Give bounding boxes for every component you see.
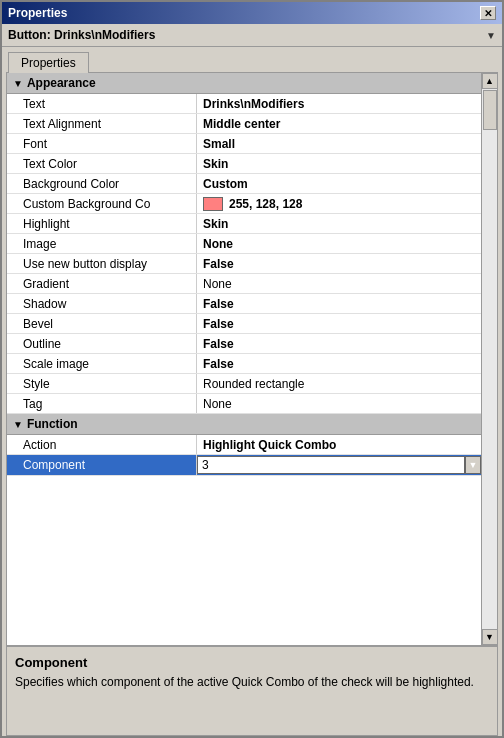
prop-name-text-alignment: Text Alignment	[7, 114, 197, 133]
row-highlight: Highlight Skin	[7, 214, 481, 234]
row-action: Action Highlight Quick Combo	[7, 435, 481, 455]
prop-value-font: Small	[197, 134, 481, 153]
scroll-down-button[interactable]: ▼	[482, 629, 498, 645]
prop-name-bg-color: Background Color	[7, 174, 197, 193]
prop-value-shadow: False	[197, 294, 481, 313]
description-panel: Component Specifies which component of t…	[7, 645, 497, 735]
content-area: ▼ Appearance Text Drinks\nModifiers Text…	[6, 72, 498, 736]
prop-value-bevel: False	[197, 314, 481, 333]
prop-value-gradient: None	[197, 274, 481, 293]
prop-value-scale-image: False	[197, 354, 481, 373]
row-custom-bg: Custom Background Co 255, 128, 128	[7, 194, 481, 214]
row-gradient: Gradient None	[7, 274, 481, 294]
prop-name-image: Image	[7, 234, 197, 253]
row-shadow: Shadow False	[7, 294, 481, 314]
prop-name-action: Action	[7, 435, 197, 454]
row-text: Text Drinks\nModifiers	[7, 94, 481, 114]
tab-bar: Properties	[2, 47, 502, 72]
appearance-label: Appearance	[27, 76, 96, 90]
title-bar: Properties ✕	[2, 2, 502, 24]
prop-name-tag: Tag	[7, 394, 197, 413]
row-text-color: Text Color Skin	[7, 154, 481, 174]
row-component: Component ▼	[7, 455, 481, 476]
component-dropdown-container: ▼	[197, 456, 481, 474]
scroll-track	[482, 89, 498, 629]
row-text-alignment: Text Alignment Middle center	[7, 114, 481, 134]
close-button[interactable]: ✕	[480, 6, 496, 20]
window-title: Properties	[8, 6, 67, 20]
function-label: Function	[27, 417, 78, 431]
scroll-up-button[interactable]: ▲	[482, 73, 498, 89]
prop-value-tag: None	[197, 394, 481, 413]
properties-table: ▼ Appearance Text Drinks\nModifiers Text…	[7, 73, 481, 645]
prop-name-shadow: Shadow	[7, 294, 197, 313]
prop-value-text-color: Skin	[197, 154, 481, 173]
row-font: Font Small	[7, 134, 481, 154]
row-scale-image: Scale image False	[7, 354, 481, 374]
prop-name-font: Font	[7, 134, 197, 153]
scroll-thumb[interactable]	[483, 90, 497, 130]
row-background-color: Background Color Custom	[7, 174, 481, 194]
section-appearance: ▼ Appearance	[7, 73, 481, 94]
scrollbar: ▲ ▼	[481, 73, 497, 645]
dropdown-arrow-icon: ▼	[486, 30, 496, 41]
row-style: Style Rounded rectangle	[7, 374, 481, 394]
prop-value-image: None	[197, 234, 481, 253]
section-function: ▼ Function	[7, 414, 481, 435]
properties-window: Properties ✕ Button: Drinks\nModifiers ▼…	[0, 0, 504, 738]
prop-value-highlight: Skin	[197, 214, 481, 233]
prop-value-text-alignment: Middle center	[197, 114, 481, 133]
prop-value-outline: False	[197, 334, 481, 353]
description-title: Component	[15, 655, 489, 670]
row-outline: Outline False	[7, 334, 481, 354]
row-bevel: Bevel False	[7, 314, 481, 334]
description-text: Specifies which component of the active …	[15, 674, 489, 691]
color-swatch[interactable]	[203, 197, 223, 211]
prop-value-style: Rounded rectangle	[197, 374, 481, 393]
prop-name-highlight: Highlight	[7, 214, 197, 233]
prop-name-custom-bg: Custom Background Co	[7, 194, 197, 213]
button-dropdown-bar[interactable]: Button: Drinks\nModifiers ▼	[2, 24, 502, 47]
component-input[interactable]	[197, 456, 465, 474]
prop-value-custom-bg: 255, 128, 128	[197, 194, 481, 213]
prop-name-use-new-button: Use new button display	[7, 254, 197, 273]
prop-value-use-new-button: False	[197, 254, 481, 273]
appearance-triangle-icon: ▼	[13, 78, 23, 89]
prop-value-action: Highlight Quick Combo	[197, 435, 481, 454]
row-tag: Tag None	[7, 394, 481, 414]
prop-value-text: Drinks\nModifiers	[197, 94, 481, 113]
prop-name-text: Text	[7, 94, 197, 113]
prop-name-bevel: Bevel	[7, 314, 197, 333]
prop-name-outline: Outline	[7, 334, 197, 353]
function-triangle-icon: ▼	[13, 419, 23, 430]
prop-name-scale-image: Scale image	[7, 354, 197, 373]
prop-value-component: ▼	[197, 455, 481, 475]
tab-properties[interactable]: Properties	[8, 52, 89, 73]
button-label: Button: Drinks\nModifiers	[8, 28, 486, 42]
prop-name-text-color: Text Color	[7, 154, 197, 173]
component-dropdown-button[interactable]: ▼	[465, 456, 481, 474]
row-use-new-button: Use new button display False	[7, 254, 481, 274]
prop-value-bg-color: Custom	[197, 174, 481, 193]
row-image: Image None	[7, 234, 481, 254]
properties-table-container: ▼ Appearance Text Drinks\nModifiers Text…	[7, 73, 497, 645]
prop-name-component: Component	[7, 455, 197, 475]
prop-name-gradient: Gradient	[7, 274, 197, 293]
prop-name-style: Style	[7, 374, 197, 393]
